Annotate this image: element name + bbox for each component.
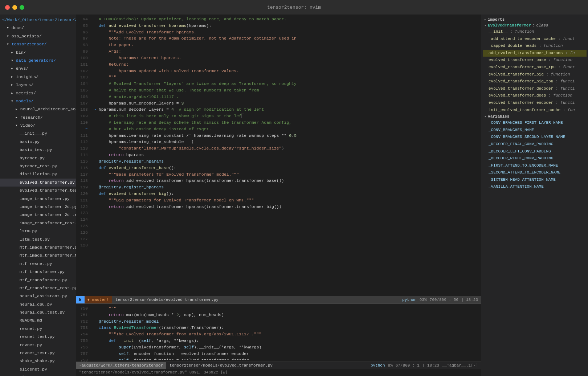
sidebar-item-img-trans-test[interactable]: image_transformer_test.py [0, 219, 76, 227]
vim-right-mid: python 93% 760/809 : 56 | 18:23 [402, 298, 481, 302]
code-line: Args: [94, 48, 481, 55]
code-line: # Learning rate and decay scheme that mi… [94, 119, 481, 126]
window-controls[interactable] [5, 5, 24, 10]
code-editor-bottom[interactable]: 750 751 752 753 754 755 756 757 758 759 … [76, 304, 481, 361]
code-line: """Big parameters for Evolved Transforme… [94, 197, 481, 204]
sidebar-item-oss[interactable]: oss_scripts/ [0, 32, 76, 40]
code-line-b: """ [94, 305, 481, 312]
rp-item-init[interactable]: __init__ : function [483, 28, 587, 36]
vim-tagbar: __Tagbar__.1[-] [442, 363, 478, 368]
rp-var-conv-first[interactable]: _CONV_BRANCHES_FIRST_LAYER_NAME [483, 119, 587, 127]
rp-item-init-cache[interactable]: init_evolved_transformer_cache : fun [483, 107, 587, 114]
sidebar-item-t2t[interactable]: tensor2tensor/ [0, 40, 76, 48]
sidebar-item-mtf-resnet[interactable]: mtf_resnet.py [0, 260, 76, 268]
vim-percent: 93% [420, 298, 427, 302]
code-line: Returns: [94, 61, 481, 68]
sidebar-item-layers[interactable]: layers/ [0, 81, 76, 89]
sidebar-item-distillation[interactable]: distillation.py [0, 170, 76, 178]
rp-var-sixteen[interactable]: _SIXTEEN_HEAD_ATTENTION_NAME [483, 176, 587, 184]
sidebar-item-bytenet[interactable]: bytenet.py [0, 154, 76, 162]
rp-var-dec-left[interactable]: _DECODER_LEFT_CONV_PADDING [483, 148, 587, 155]
sidebar-item-root[interactable]: </Work/_Others/tensor2tensor/> [0, 16, 76, 24]
editor-bottom-pane: 750 751 752 753 754 755 756 757 758 759 … [76, 303, 481, 361]
rp-class-kind: class [536, 23, 548, 28]
sidebar-item-models[interactable]: models/ [0, 97, 76, 105]
sidebar-item-mtf-trans[interactable]: mtf_transformer.py [0, 268, 76, 276]
code-line: @registry.register_hparams [94, 184, 481, 191]
minimize-button[interactable] [12, 5, 17, 10]
sidebar-item-revnet-test[interactable]: revnet_test.py [0, 349, 76, 357]
sidebar-item-data-gen[interactable]: data_generators/ [0, 57, 76, 65]
sidebar-item-insights[interactable]: insights/ [0, 73, 76, 81]
sidebar-item-bytenet-test[interactable]: bytenet_test.py [0, 162, 76, 170]
rp-var-first-attend[interactable]: _FIRST_ATTEND_TO_ENCODER_NAME [483, 162, 587, 169]
rp-imports-section[interactable]: ▸ imports [483, 17, 587, 23]
rp-class-colon: : [532, 23, 535, 28]
rp-imports-arrow: ▸ [484, 17, 486, 22]
sidebar-item-neural-assist[interactable]: neural_assistant.py [0, 292, 76, 300]
sidebar-item-metrics[interactable]: metrics/ [0, 89, 76, 97]
sidebar-item-neural-gpu-test[interactable]: neural_gpu_test.py [0, 308, 76, 316]
code-editor[interactable]: 94 95 96 97 98 99 100 101 102 103 104 10… [76, 15, 481, 296]
rp-var-conv-second[interactable]: _CONV_BRANCHES_SECOND_LAYER_NAME [483, 134, 587, 141]
code-line: return add_evolved_transformer_hparams(t… [94, 204, 481, 210]
code-line: # halve the number that we use. These nu… [94, 87, 481, 94]
sidebar-item-mtf-img[interactable]: mtf_image_transformer.py [0, 244, 76, 252]
sidebar-item-resnet-test[interactable]: resnet_test.py [0, 333, 76, 341]
close-button[interactable] [5, 5, 10, 10]
code-text-bottom[interactable]: """ return max(min(num_heads * 2, cap), … [91, 305, 481, 360]
sidebar-item-mtf-trans2[interactable]: mtf_transformer2.py [0, 276, 76, 284]
sidebar-item-docs[interactable]: docs/ [0, 24, 76, 32]
sidebar-item-readme[interactable]: README.md [0, 316, 76, 324]
sidebar-item-slicenet[interactable]: slicenet.py [0, 365, 76, 373]
vim-message-bar: "tensor2tensor/models/evolved_transforme… [76, 369, 481, 376]
rp-var-conv-name[interactable]: _CONV_BRANCHES_NAME [483, 127, 587, 134]
sidebar-item-evolved-test[interactable]: evolved_transformer_test.py [0, 187, 76, 195]
sidebar-item-mtf-img-test[interactable]: mtf_image_transformer_test.py [0, 252, 76, 259]
rp-var-dec-final[interactable]: _DECODER_FINAL_CONV_PADDING [483, 141, 587, 148]
window-title: tensor2tensor: nvim [267, 5, 321, 10]
sidebar-item-img-trans[interactable]: image_transformer.py [0, 195, 76, 203]
rp-variables-section[interactable]: ▾ variables [483, 114, 587, 119]
sidebar-item-shake[interactable]: shake_shake.py [0, 357, 76, 365]
sidebar-item-nas[interactable]: neural_architecture_search/ [0, 105, 76, 113]
rp-item-big-tpu[interactable]: evolved_transformer_big_tpu : functi [483, 78, 587, 85]
vim-path-bottom: ~augusto/Work/_Others/tensor2tensor [76, 362, 166, 369]
rp-item-base[interactable]: evolved_transformer_base : function [483, 57, 587, 64]
code-line: @registry.register_hparams [94, 158, 481, 165]
rp-item-add-evolved[interactable]: add_evolved_transformer_hparams : fu [483, 50, 587, 57]
sidebar-item-init[interactable]: __init__.py [0, 130, 76, 138]
code-line: """ [94, 74, 481, 81]
sidebar-item-revnet[interactable]: revnet.py [0, 341, 76, 349]
sidebar-item-lstm[interactable]: lstm.py [0, 227, 76, 235]
sidebar-item-img-trans-2d[interactable]: image_transformer_2d.py [0, 203, 76, 211]
sidebar-item-basic-test[interactable]: basic_test.py [0, 146, 76, 154]
sidebar-item-basic[interactable]: basic.py [0, 138, 76, 146]
rp-class-section[interactable]: ▾ EvolvedTransformer : class [483, 23, 587, 28]
sidebar-item-resnet[interactable]: resnet.py [0, 325, 76, 333]
rp-var-dec-right[interactable]: _DECODER_RIGHT_CONV_PADDING [483, 155, 587, 162]
sidebar-item-video[interactable]: video/ [0, 122, 76, 130]
rp-item-attend[interactable]: _add_attend_to_encoder_cache : funct [483, 36, 587, 43]
rp-item-decoder[interactable]: evolved_transformer_decoder : functi [483, 85, 587, 93]
rp-item-capped[interactable]: _capped_double_heads : function [483, 42, 587, 50]
sidebar-item-mtf-trans-test[interactable]: mtf_transformer_test.py [0, 284, 76, 292]
rp-var-second-attend[interactable]: _SECOND_ATTEND_TO_ENCODER_NAME [483, 169, 587, 176]
sidebar-item-lstm-test[interactable]: lstm_test.py [0, 236, 76, 244]
rp-item-deep[interactable]: evolved_transformer_deep : function [483, 92, 587, 99]
sidebar-item-img-trans-2d-test[interactable]: image_transformer_2d_test.py [0, 211, 76, 219]
sidebar-item-neural-gpu[interactable]: neural_gpu.py [0, 301, 76, 308]
sidebar-item-research[interactable]: research/ [0, 114, 76, 122]
code-text-top[interactable]: # TODO(davidso): Update optimizer, learn… [91, 16, 481, 295]
sidebar-item-envs[interactable]: envs/ [0, 65, 76, 73]
rp-item-base-tpu[interactable]: evolved_transformer_base_tpu : funct [483, 64, 587, 71]
maximize-button[interactable] [20, 5, 24, 10]
sidebar-item-slicenet-test[interactable]: slicenet_test.py [0, 373, 76, 376]
sidebar-item-bin[interactable]: bin/ [0, 49, 76, 57]
code-line: hparams updated with Evolved Transformer… [94, 68, 481, 74]
rp-item-encoder[interactable]: evolved_transformer_encoder : functi [483, 99, 587, 107]
sidebar-item-evolved[interactable]: evolved_transformer.py [0, 179, 76, 187]
rp-item-big[interactable]: evolved_transformer_big : function [483, 71, 587, 78]
rp-var-vanilla[interactable]: _VANILLA_ATTENTION_NAME [483, 183, 587, 191]
vim-pos-bottom: 67/809 : 1 [396, 363, 420, 368]
